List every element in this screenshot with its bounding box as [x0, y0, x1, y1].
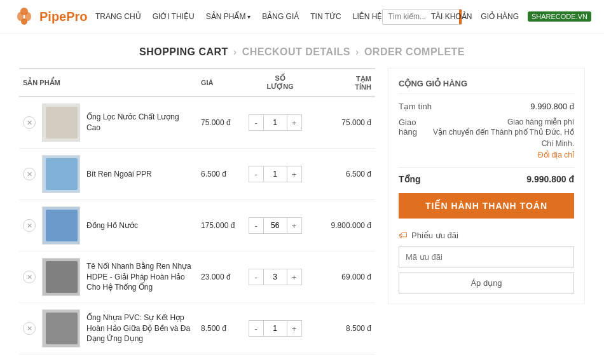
nav-bang-gia[interactable]: BẢNG GIÁ	[262, 12, 299, 21]
quantity-control: - +	[249, 320, 312, 337]
nav-gioi-thieu[interactable]: GIỚI THIỆU	[153, 12, 195, 21]
coupon-title: 🏷 Phiếu ưu đãi	[399, 230, 574, 240]
product-subtotal: 75.000 đ	[316, 97, 375, 149]
quantity-decrease-button[interactable]: -	[249, 269, 264, 285]
product-name: Bít Ren Ngoài PPR	[86, 169, 152, 180]
svg-rect-9	[46, 210, 78, 241]
quantity-increase-button[interactable]: +	[287, 320, 302, 337]
product-price: 75.000 đ	[197, 97, 245, 149]
coupon-section: 🏷 Phiếu ưu đãi Áp dụng	[399, 230, 574, 293]
product-image	[42, 206, 80, 245]
col-header-product: SẢN PHẨM	[19, 69, 197, 97]
remove-product-button[interactable]: ✕	[23, 219, 36, 232]
quantity-decrease-button[interactable]: -	[249, 114, 264, 131]
quantity-input[interactable]	[264, 217, 287, 234]
product-price: 175.000 đ	[197, 200, 245, 252]
product-name: Đồng Hồ Nước	[86, 220, 138, 231]
quantity-input[interactable]	[264, 166, 287, 182]
breadcrumb-sep-1: ›	[233, 46, 237, 58]
quantity-increase-button[interactable]: +	[287, 217, 302, 234]
quantity-input[interactable]	[264, 320, 287, 337]
svg-rect-11	[46, 261, 78, 293]
breadcrumb-checkout-details[interactable]: CHECKOUT DETAILS	[242, 46, 350, 58]
main-content: SẢN PHẨM GIÁ SỐLƯỢNG TẠMTÍNH ✕	[0, 68, 604, 364]
coupon-icon: 🏷	[399, 230, 408, 240]
table-row: ✕ Ống Nhựa PVC: Sự Kết Hợp Hoàn Hảo Giữa…	[19, 303, 375, 354]
quantity-decrease-button[interactable]: -	[249, 166, 264, 182]
cart-section: SẢN PHẨM GIÁ SỐLƯỢNG TẠMTÍNH ✕	[19, 68, 375, 354]
shipping-row: Giao hàng Giao hàng miễn phí Vận chuyển …	[399, 118, 574, 161]
breadcrumb-shopping-cart[interactable]: SHOPPING CART	[139, 46, 228, 58]
quantity-decrease-button[interactable]: -	[249, 320, 264, 337]
quantity-increase-button[interactable]: +	[287, 269, 302, 285]
nav-tin-tuc[interactable]: TIN TỨC	[310, 12, 341, 21]
header: PipePro TRANG CHỦ GIỚI THIỆU SẢN PHẨM BẢ…	[0, 0, 604, 34]
remove-product-button[interactable]: ✕	[23, 322, 36, 335]
quantity-increase-button[interactable]: +	[287, 114, 302, 131]
quantity-control: - +	[249, 269, 312, 285]
product-subtotal: 9.800.000 đ	[316, 200, 375, 252]
quantity-control: - +	[249, 166, 312, 182]
col-header-price: GIÁ	[197, 69, 245, 97]
product-price: 23.000 đ	[197, 252, 245, 303]
quantity-control: - +	[249, 114, 312, 131]
apply-coupon-button[interactable]: Áp dụng	[399, 273, 574, 293]
product-subtotal: 69.000 đ	[316, 252, 375, 303]
main-nav: TRANG CHỦ GIỚI THIỆU SẢN PHẨM BẢNG GIÁ T…	[95, 12, 382, 21]
product-price: 8.500 đ	[197, 303, 245, 354]
table-row: ✕ Đồng Hồ Nước 175.000 đ - +	[19, 200, 375, 252]
subtotal-label: Tạm tính	[399, 102, 432, 111]
col-header-qty: SỐLƯỢNG	[245, 69, 316, 97]
header-right: TÀI KHOẢN GIỎ HÀNG SHARECODE.VN	[462, 11, 591, 22]
shipping-label: Giao hàng	[399, 118, 430, 137]
remove-product-button[interactable]: ✕	[23, 168, 36, 180]
product-subtotal: 8.500 đ	[316, 303, 375, 354]
logo-text: PipePro	[39, 10, 88, 24]
product-image	[42, 309, 80, 347]
total-value: 9.990.800 đ	[526, 174, 574, 184]
col-header-subtotal: TẠMTÍNH	[316, 69, 375, 97]
account-link[interactable]: TÀI KHOẢN	[431, 12, 472, 21]
svg-rect-7	[46, 158, 78, 190]
quantity-control: - +	[249, 217, 312, 234]
svg-rect-13	[46, 313, 78, 344]
nav-lien-he[interactable]: LIÊN HỆ	[353, 12, 383, 21]
change-address-link[interactable]: Đổi địa chỉ	[538, 151, 574, 159]
svg-rect-5	[46, 107, 78, 138]
quantity-input[interactable]	[264, 269, 287, 285]
cart-table: SẢN PHẨM GIÁ SỐLƯỢNG TẠMTÍNH ✕	[19, 68, 375, 354]
table-row: ✕ Tê Nối Nhanh Bằng Ren Nhựa HDPE - Giải…	[19, 252, 375, 303]
product-subtotal: 6.500 đ	[316, 149, 375, 200]
remove-product-button[interactable]: ✕	[23, 271, 36, 283]
coupon-input[interactable]	[399, 246, 574, 267]
table-row: ✕ Bít Ren Ngoài PPR 6.500 đ - +	[19, 149, 375, 200]
nav-san-pham[interactable]: SẢN PHẨM	[206, 12, 251, 21]
product-price: 6.500 đ	[197, 149, 245, 200]
order-summary-box: CỘNG GIỎ HÀNG Tạm tính 9.990.800 đ Giao …	[388, 68, 585, 304]
sidebar-title: CỘNG GIỎ HÀNG	[399, 79, 574, 94]
product-image	[42, 104, 80, 142]
breadcrumb-order-complete[interactable]: ORDER COMPLETE	[364, 46, 465, 58]
logo-icon	[13, 5, 36, 28]
logo[interactable]: PipePro	[13, 5, 95, 28]
product-image	[42, 155, 80, 193]
quantity-increase-button[interactable]: +	[287, 166, 302, 182]
total-label: Tổng	[399, 174, 421, 184]
cart-link[interactable]: GIỎ HÀNG	[481, 12, 519, 21]
nav-trang-chu[interactable]: TRANG CHỦ	[95, 12, 141, 21]
breadcrumb: SHOPPING CART › CHECKOUT DETAILS › ORDER…	[0, 34, 604, 68]
checkout-button[interactable]: TIẾN HÀNH THANH TOÁN	[399, 193, 574, 219]
quantity-decrease-button[interactable]: -	[249, 217, 264, 234]
shipping-free: Giao hàng miễn phí	[430, 118, 574, 126]
breadcrumb-sep-2: ›	[355, 46, 359, 58]
table-row: ✕ Ống Lọc Nước Chất Lượng Cao 75.000 đ -…	[19, 97, 375, 149]
shipping-detail: Vận chuyển đến Thành phố Thủ Đức, Hồ Chí…	[430, 126, 574, 161]
product-image	[42, 258, 80, 296]
quantity-input[interactable]	[264, 114, 287, 131]
svg-point-3	[21, 18, 27, 25]
product-name: Tê Nối Nhanh Bằng Ren Nhựa HDPE - Giải P…	[86, 261, 193, 293]
subtotal-row: Tạm tính 9.990.800 đ	[399, 102, 574, 111]
remove-product-button[interactable]: ✕	[23, 116, 36, 129]
order-summary-sidebar: CỘNG GIỎ HÀNG Tạm tính 9.990.800 đ Giao …	[388, 68, 585, 354]
product-name: Ống Nhựa PVC: Sự Kết Hợp Hoàn Hảo Giữa Đ…	[86, 313, 193, 344]
